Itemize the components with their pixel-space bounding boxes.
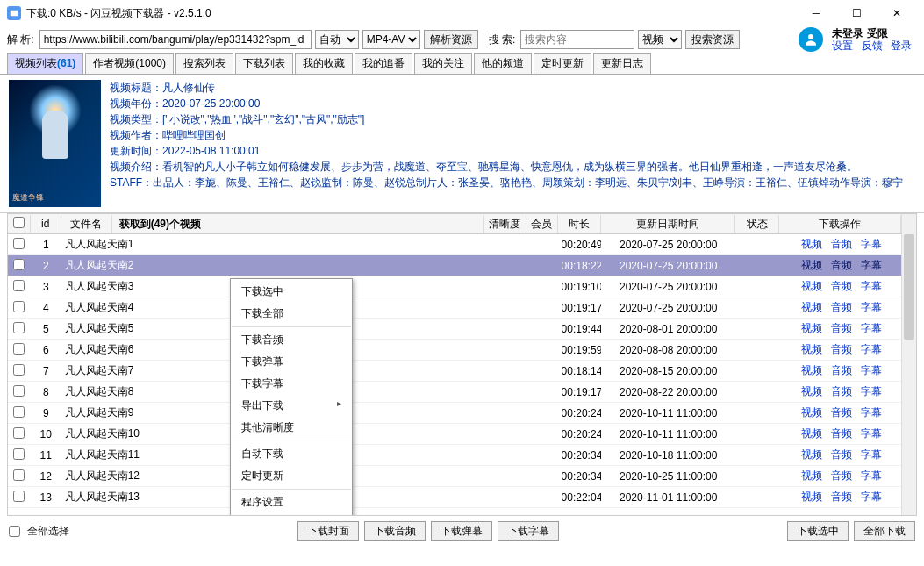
ctx-auto-dl[interactable]: 自动下载 (231, 443, 352, 465)
table-row[interactable]: 3凡人风起天南300:19:102020-07-25 20:00:00视频音频字… (8, 276, 901, 297)
row-checkbox[interactable] (13, 491, 25, 502)
dl-sub-button[interactable]: 下载字幕 (498, 521, 559, 541)
login-link[interactable]: 登录 (891, 39, 912, 52)
row-checkbox[interactable] (13, 364, 25, 376)
dl-all-button[interactable]: 全部下载 (854, 521, 915, 541)
url-input[interactable] (39, 30, 312, 49)
row-op-video[interactable]: 视频 (801, 280, 822, 292)
row-op-audio[interactable]: 音频 (831, 238, 852, 250)
ctx-settings[interactable]: 程序设置 (231, 491, 352, 513)
row-checkbox[interactable] (13, 280, 25, 291)
search-input[interactable] (520, 30, 634, 49)
ctx-download-danmu[interactable]: 下载弹幕 (231, 351, 352, 373)
row-op-video[interactable]: 视频 (801, 364, 822, 376)
row-op-audio[interactable]: 音频 (831, 343, 852, 355)
row-op-audio[interactable]: 音频 (831, 406, 852, 419)
tab-5[interactable]: 我的追番 (355, 53, 412, 74)
col-name[interactable]: 文件名 (61, 215, 112, 233)
row-op-sub[interactable]: 字幕 (861, 280, 882, 292)
select-all-checkbox[interactable] (13, 217, 25, 228)
col-got[interactable]: 获取到(49)个视频 (112, 215, 208, 233)
table-row[interactable]: 13凡人风起天南1300:22:042020-11-01 11:00:00视频音… (8, 487, 901, 508)
row-op-audio[interactable]: 音频 (831, 259, 852, 271)
dl-danmu-button[interactable]: 下载弹幕 (431, 521, 492, 541)
row-checkbox[interactable] (13, 406, 25, 418)
row-checkbox[interactable] (13, 427, 25, 439)
tab-3[interactable]: 下载列表 (235, 53, 293, 74)
row-op-audio[interactable]: 音频 (831, 385, 852, 398)
table-row[interactable]: 6凡人风起天南600:19:592020-08-08 20:00:00视频音频字… (8, 340, 901, 361)
ctx-download-selected[interactable]: 下载选中 (231, 281, 352, 303)
table-row[interactable]: 7凡人风起天南700:18:142020-08-15 20:00:00视频音频字… (8, 361, 901, 382)
row-op-video[interactable]: 视频 (801, 259, 822, 271)
row-checkbox[interactable] (13, 385, 25, 397)
tab-6[interactable]: 我的关注 (414, 53, 472, 74)
tab-8[interactable]: 定时更新 (534, 53, 591, 74)
row-op-sub[interactable]: 字幕 (861, 259, 882, 271)
tab-4[interactable]: 我的收藏 (295, 53, 353, 74)
row-checkbox[interactable] (13, 469, 25, 481)
user-avatar-icon[interactable] (799, 27, 823, 52)
tab-9[interactable]: 更新日志 (593, 53, 651, 74)
row-op-audio[interactable]: 音频 (831, 469, 852, 482)
ctx-sched[interactable]: 定时更新 (231, 465, 352, 487)
parse-button[interactable]: 解析资源 (424, 30, 478, 49)
row-op-audio[interactable]: 音频 (831, 427, 852, 440)
row-checkbox[interactable] (13, 259, 25, 270)
select-all-bottom-checkbox[interactable] (9, 526, 20, 537)
row-op-audio[interactable]: 音频 (831, 280, 852, 292)
row-op-audio[interactable]: 音频 (831, 301, 852, 313)
row-op-video[interactable]: 视频 (801, 491, 822, 503)
table-row[interactable]: 1凡人风起天南100:20:492020-07-25 20:00:00视频音频字… (8, 234, 901, 255)
col-ops[interactable]: 下载操作 (779, 215, 901, 233)
row-checkbox[interactable] (13, 301, 25, 312)
feedback-link[interactable]: 反馈 (862, 39, 883, 52)
col-duration[interactable]: 时长 (558, 215, 602, 233)
table-scrollbar[interactable] (901, 214, 916, 515)
table-row[interactable]: 8凡人风起天南800:19:172020-08-22 20:00:00视频音频字… (8, 382, 901, 403)
table-row[interactable]: 11凡人风起天南1100:20:342020-10-18 11:00:00视频音… (8, 445, 901, 466)
row-checkbox[interactable] (13, 448, 25, 460)
row-op-sub[interactable]: 字幕 (861, 364, 882, 376)
row-op-sub[interactable]: 字幕 (861, 301, 882, 313)
row-op-video[interactable]: 视频 (801, 385, 822, 398)
maximize-button[interactable]: ☐ (836, 0, 877, 26)
table-row[interactable]: 12凡人风起天南1200:20:342020-10-25 11:00:00视频音… (8, 466, 901, 487)
search-button[interactable]: 搜索资源 (685, 30, 740, 49)
col-id[interactable]: id (31, 216, 61, 232)
ctx-download-all[interactable]: 下载全部 (231, 303, 352, 325)
row-checkbox[interactable] (13, 322, 25, 333)
table-row[interactable]: 4凡人风起天南400:19:172020-07-25 20:00:00视频音频字… (8, 297, 901, 319)
ctx-download-audio[interactable]: 下载音频 (231, 329, 352, 351)
row-op-sub[interactable]: 字幕 (861, 491, 882, 503)
row-checkbox[interactable] (13, 343, 25, 355)
row-op-audio[interactable]: 音频 (831, 448, 852, 461)
table-row[interactable]: 10凡人风起天南1000:20:242020-10-11 11:00:00视频音… (8, 424, 901, 445)
tab-7[interactable]: 他的频道 (474, 53, 532, 74)
close-button[interactable]: ✕ (877, 0, 917, 26)
ctx-download-sub[interactable]: 下载字幕 (231, 373, 352, 395)
row-op-sub[interactable]: 字幕 (861, 322, 882, 334)
row-op-audio[interactable]: 音频 (831, 364, 852, 376)
minimize-button[interactable]: ─ (796, 0, 836, 26)
row-op-sub[interactable]: 字幕 (861, 448, 882, 461)
dl-cover-button[interactable]: 下载封面 (297, 521, 359, 541)
dl-audio-button[interactable]: 下载音频 (364, 521, 426, 541)
table-row[interactable]: 9凡人风起天南900:20:242020-10-11 11:00:00视频音频字… (8, 403, 901, 424)
col-definition[interactable]: 清晰度 (484, 215, 526, 233)
table-row[interactable]: 5凡人风起天南500:19:442020-08-01 20:00:00视频音频字… (8, 319, 901, 340)
scroll-thumb[interactable] (904, 234, 914, 340)
row-op-sub[interactable]: 字幕 (861, 427, 882, 440)
row-op-sub[interactable]: 字幕 (861, 385, 882, 398)
row-op-video[interactable]: 视频 (801, 343, 822, 355)
auto-select[interactable]: 自动 (315, 30, 359, 49)
row-op-sub[interactable]: 字幕 (861, 406, 882, 419)
row-op-audio[interactable]: 音频 (831, 322, 852, 334)
table-row[interactable]: 2凡人风起天南200:18:222020-07-25 20:00:00视频音频字… (8, 255, 901, 276)
row-op-video[interactable]: 视频 (801, 238, 822, 250)
tab-0[interactable]: 视频列表(61) (7, 53, 83, 74)
format-select[interactable]: MP4-AVC (362, 30, 420, 49)
col-vip[interactable]: 会员 (526, 215, 558, 233)
row-op-video[interactable]: 视频 (801, 427, 822, 440)
col-status[interactable]: 状态 (735, 215, 779, 233)
